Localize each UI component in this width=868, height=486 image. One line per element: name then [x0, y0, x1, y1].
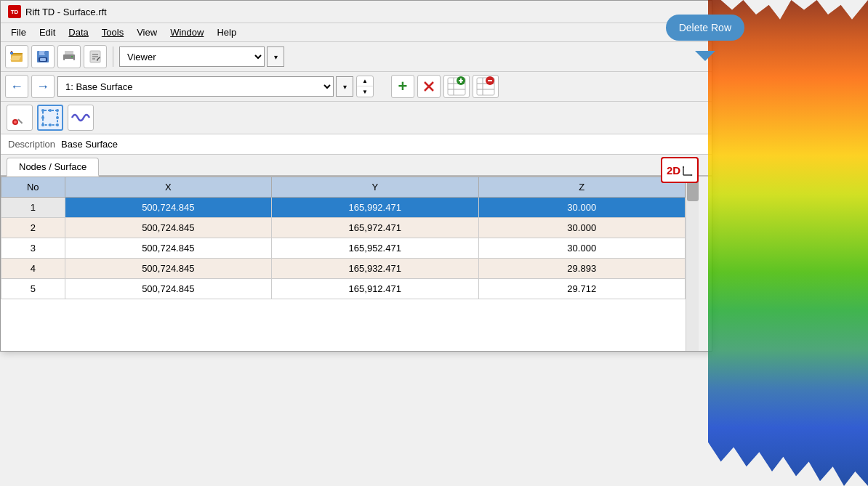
cell-x: 500,724.845	[65, 198, 271, 218]
svg-point-34	[14, 121, 17, 123]
cell-no: 3	[1, 238, 65, 259]
surface-dropdown[interactable]: 1: Base Surface	[57, 76, 334, 97]
vertical-scrollbar[interactable]	[686, 177, 699, 351]
title-bar: TD Rift TD - Surface.rft	[1, 1, 712, 23]
delete-row-callout: Delete Row	[666, 15, 744, 41]
data-table: No X Y Z	[1, 177, 686, 299]
toolbar-separator-1	[113, 46, 113, 67]
select-tool-icon	[40, 108, 60, 128]
cell-y: 165,912.471	[272, 279, 478, 299]
add-row-button[interactable]: +	[391, 75, 414, 98]
table-body: 1500,724.845165,992.47130.0002500,724.84…	[1, 198, 686, 299]
edit-button[interactable]	[84, 45, 107, 68]
table-row[interactable]: 1500,724.845165,992.47130.000	[1, 198, 686, 218]
cell-z: 30.000	[478, 198, 686, 218]
description-value: Base Surface	[61, 139, 118, 150]
col-header-x: X	[65, 177, 271, 198]
up-arrow[interactable]: ▲	[357, 76, 373, 86]
svg-point-42	[49, 123, 52, 126]
app-icon: TD	[8, 5, 21, 18]
svg-rect-8	[40, 58, 46, 61]
node-tool-icon	[9, 108, 30, 128]
nav-toolbar: ← → 1: Base Surface ▾ ▲ ▼ +	[1, 72, 712, 102]
menu-data[interactable]: Data	[63, 25, 94, 40]
edit-icon	[88, 49, 103, 64]
svg-point-39	[41, 123, 44, 126]
add-column-button[interactable]	[443, 75, 470, 98]
data-table-container[interactable]: No X Y Z	[1, 177, 686, 351]
delete-icon	[422, 80, 435, 93]
forward-icon: →	[36, 79, 49, 94]
cell-y: 165,972.471	[272, 218, 478, 238]
svg-point-41	[49, 109, 52, 112]
description-label: Description	[8, 139, 55, 150]
cell-x: 500,724.845	[65, 279, 271, 299]
svg-point-40	[56, 123, 59, 126]
svg-point-38	[56, 109, 59, 112]
up-down-button[interactable]: ▲ ▼	[356, 76, 374, 97]
2d-view-button[interactable]: 2D	[661, 157, 699, 183]
forward-button[interactable]: →	[31, 75, 55, 98]
viz-panel	[708, 0, 868, 486]
table-row[interactable]: 2500,724.845165,972.47130.000	[1, 218, 686, 238]
back-button[interactable]: ←	[5, 75, 28, 98]
open-icon	[9, 49, 24, 64]
save-button[interactable]	[31, 45, 55, 68]
delete-row-button[interactable]	[417, 75, 441, 98]
delete-column-button[interactable]	[473, 75, 499, 98]
cell-no: 2	[1, 218, 65, 238]
cell-x: 500,724.845	[65, 259, 271, 279]
table-row[interactable]: 3500,724.845165,952.47130.000	[1, 238, 686, 259]
select-tool-button[interactable]	[37, 105, 63, 131]
profile-tool-icon	[71, 108, 91, 128]
menu-file[interactable]: File	[5, 25, 32, 40]
print-icon	[62, 49, 76, 64]
menu-view[interactable]: View	[131, 25, 163, 40]
cell-z: 30.000	[478, 238, 686, 259]
table-row[interactable]: 4500,724.845165,932.47129.893	[1, 259, 686, 279]
table-area: No X Y Z	[1, 177, 712, 351]
node-tool-button[interactable]	[7, 105, 33, 131]
cell-z: 30.000	[478, 218, 686, 238]
menu-help[interactable]: Help	[211, 25, 242, 40]
svg-rect-13	[71, 56, 73, 57]
cell-y: 165,992.471	[272, 198, 478, 218]
viewer-dropdown[interactable]: Viewer	[119, 46, 265, 67]
profile-tool-button[interactable]	[68, 105, 94, 131]
viewer-dropdown-arrow[interactable]: ▾	[267, 46, 284, 67]
menu-bar: File Edit Data Tools View Window Help	[1, 23, 712, 42]
open-button[interactable]	[5, 45, 28, 68]
table-wrapper: No X Y Z	[1, 177, 699, 351]
tools-toolbar	[1, 102, 712, 134]
col-header-z: Z	[478, 177, 686, 198]
menu-edit[interactable]: Edit	[33, 25, 61, 40]
window-title: Rift TD - Surface.rft	[25, 7, 107, 17]
col-header-no: No	[1, 177, 65, 198]
cell-no: 4	[1, 259, 65, 279]
svg-point-37	[41, 109, 44, 112]
axes-icon	[682, 163, 695, 177]
surface-dropdown-arrow[interactable]: ▾	[336, 76, 353, 97]
save-icon	[36, 49, 50, 64]
svg-rect-12	[65, 59, 73, 62]
table-row[interactable]: 5500,724.845165,912.47129.712	[1, 279, 686, 299]
down-arrow[interactable]: ▼	[357, 86, 373, 97]
print-button[interactable]	[57, 45, 81, 68]
main-toolbar: Viewer ▾	[1, 42, 712, 72]
tab-nodes-surface[interactable]: Nodes / Surface	[7, 158, 99, 177]
cell-x: 500,724.845	[65, 238, 271, 259]
svg-point-43	[41, 116, 44, 119]
cell-y: 165,932.471	[272, 259, 478, 279]
table-header-row: No X Y Z	[1, 177, 686, 198]
cell-x: 500,724.845	[65, 218, 271, 238]
app-window: TD Rift TD - Surface.rft File Edit Data …	[0, 0, 712, 352]
col-header-y: Y	[272, 177, 478, 198]
menu-tools[interactable]: Tools	[96, 25, 129, 40]
tab-bar: Nodes / Surface 2D	[1, 155, 712, 177]
svg-rect-9	[44, 52, 46, 54]
svg-rect-6	[39, 51, 45, 55]
menu-window[interactable]: Window	[164, 25, 209, 40]
cell-no: 5	[1, 279, 65, 299]
cell-no: 1	[1, 198, 65, 218]
delete-column-icon	[475, 76, 496, 97]
